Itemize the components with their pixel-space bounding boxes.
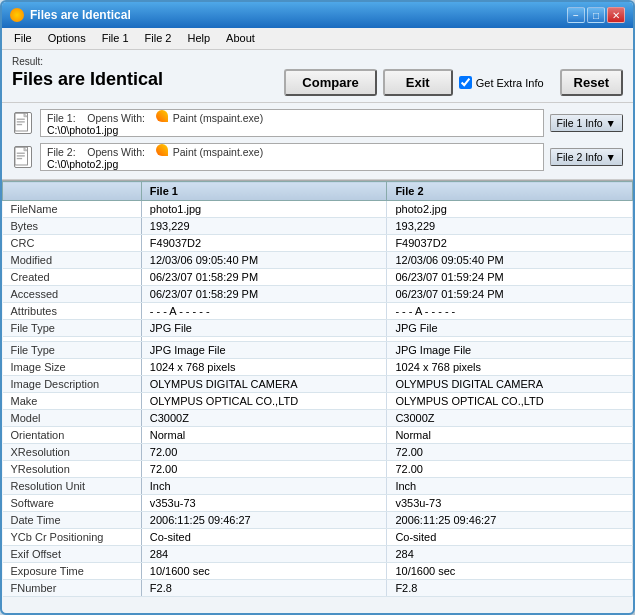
file1-app-name: Paint (mspaint.exe) [173,112,263,124]
table-row: Attributes- - - A - - - - -- - - A - - -… [3,303,633,320]
maximize-button[interactable]: □ [587,7,605,23]
cell-file1: JPG File [141,320,387,337]
cell-file2: JPG Image File [387,342,633,359]
cell-file2: JPG File [387,320,633,337]
cell-label: Exposure Time [3,563,142,580]
table-row: Image DescriptionOLYMPUS DIGITAL CAMERAO… [3,376,633,393]
close-button[interactable]: ✕ [607,7,625,23]
table-row: FNumberF2.8F2.8 [3,580,633,597]
cell-file1: 72.00 [141,444,387,461]
table-row: Created06/23/07 01:58:29 PM06/23/07 01:5… [3,269,633,286]
cell-label: File Type [3,320,142,337]
cell-label: CRC [3,235,142,252]
cell-file2: Normal [387,427,633,444]
file1-icon [12,112,34,134]
window-title: Files are Identical [30,8,131,22]
file2-paint-icon [156,144,168,156]
cell-label: Image Description [3,376,142,393]
col-header-file1: File 1 [141,182,387,201]
file2-info-button[interactable]: File 2 Info ▼ [550,148,623,166]
toolbar: Result: Files are Identical Compare Exit… [2,50,633,103]
extra-info-checkbox[interactable] [459,76,472,89]
cell-file1: Co-sited [141,529,387,546]
table-row: Image Size1024 x 768 pixels1024 x 768 pi… [3,359,633,376]
cell-file1: 284 [141,546,387,563]
svg-rect-7 [17,153,25,154]
main-window: Files are Identical − □ ✕ File Options F… [0,0,635,615]
table-row: ModelC3000ZC3000Z [3,410,633,427]
col-header-label [3,182,142,201]
file2-info-top: File 2: Opens With: Paint (mspaint.exe) [47,144,537,158]
title-bar: Files are Identical − □ ✕ [2,2,633,28]
cell-label: Date Time [3,512,142,529]
cell-file2: 12/03/06 09:05:40 PM [387,252,633,269]
cell-label: FNumber [3,580,142,597]
cell-label: Bytes [3,218,142,235]
cell-file2: 06/23/07 01:59:24 PM [387,269,633,286]
cell-file1: photo1.jpg [141,201,387,218]
cell-file1: 06/23/07 01:58:29 PM [141,286,387,303]
cell-file1: 06/23/07 01:58:29 PM [141,269,387,286]
menu-bar: File Options File 1 File 2 Help About [2,28,633,50]
menu-file[interactable]: File [6,30,40,47]
extra-info-checkbox-row: Get Extra Info [459,76,544,89]
file2-info-box: File 2: Opens With: Paint (mspaint.exe) … [40,143,544,171]
menu-help[interactable]: Help [179,30,218,47]
table-row: File TypeJPG Image FileJPG Image File [3,342,633,359]
cell-label: Created [3,269,142,286]
comparison-table: File 1 File 2 FileNamephoto1.jpgphoto2.j… [2,181,633,597]
table-row: MakeOLYMPUS OPTICAL CO.,LTDOLYMPUS OPTIC… [3,393,633,410]
file1-opens-with: Opens With: [87,112,145,124]
cell-file2: 2006:11:25 09:46:27 [387,512,633,529]
file2-row: File 2: Opens With: Paint (mspaint.exe) … [12,141,623,173]
app-icon [10,8,24,22]
file1-info-top: File 1: Opens With: Paint (mspaint.exe) [47,110,537,124]
table-container: File 1 File 2 FileNamephoto1.jpgphoto2.j… [2,180,633,613]
compare-button[interactable]: Compare [284,69,376,96]
file1-info-button[interactable]: File 1 Info ▼ [550,114,623,132]
cell-label: Accessed [3,286,142,303]
menu-file1[interactable]: File 1 [94,30,137,47]
title-bar-left: Files are Identical [10,8,131,22]
cell-label: Image Size [3,359,142,376]
menu-file2[interactable]: File 2 [137,30,180,47]
file1-info-box: File 1: Opens With: Paint (mspaint.exe) … [40,109,544,137]
cell-label: Attributes [3,303,142,320]
result-label: Result: [12,56,623,67]
file1-doc-icon [14,112,32,134]
exit-button[interactable]: Exit [383,69,453,96]
cell-file2: OLYMPUS OPTICAL CO.,LTD [387,393,633,410]
cell-file2: Co-sited [387,529,633,546]
menu-options[interactable]: Options [40,30,94,47]
table-header-row: File 1 File 2 [3,182,633,201]
cell-file1: v353u-73 [141,495,387,512]
file2-doc-icon [14,146,32,168]
cell-file1: OLYMPUS OPTICAL CO.,LTD [141,393,387,410]
cell-file2: Inch [387,478,633,495]
minimize-button[interactable]: − [567,7,585,23]
cell-file1: OLYMPUS DIGITAL CAMERA [141,376,387,393]
col-header-file2: File 2 [387,182,633,201]
cell-label: Resolution Unit [3,478,142,495]
table-row: OrientationNormalNormal [3,427,633,444]
svg-rect-3 [17,121,25,122]
file2-label: File 2: [47,146,76,158]
file2-path: C:\0\photo2.jpg [47,158,537,170]
cell-file1: F49037D2 [141,235,387,252]
table-row: Softwarev353u-73v353u-73 [3,495,633,512]
table-row: YResolution72.0072.00 [3,461,633,478]
cell-file2: - - - A - - - - - [387,303,633,320]
toolbar-buttons: Compare Exit Get Extra Info Reset [284,69,623,96]
result-value: Files are Identical [12,69,163,90]
cell-file2: photo2.jpg [387,201,633,218]
table-scroll[interactable]: File 1 File 2 FileNamephoto1.jpgphoto2.j… [2,181,633,613]
menu-about[interactable]: About [218,30,263,47]
cell-file1: Inch [141,478,387,495]
cell-file1: C3000Z [141,410,387,427]
table-row: XResolution72.0072.00 [3,444,633,461]
cell-file1: 193,229 [141,218,387,235]
table-row: Exif Offset284284 [3,546,633,563]
cell-label: FileName [3,201,142,218]
cell-label: File Type [3,342,142,359]
reset-button[interactable]: Reset [560,69,623,96]
